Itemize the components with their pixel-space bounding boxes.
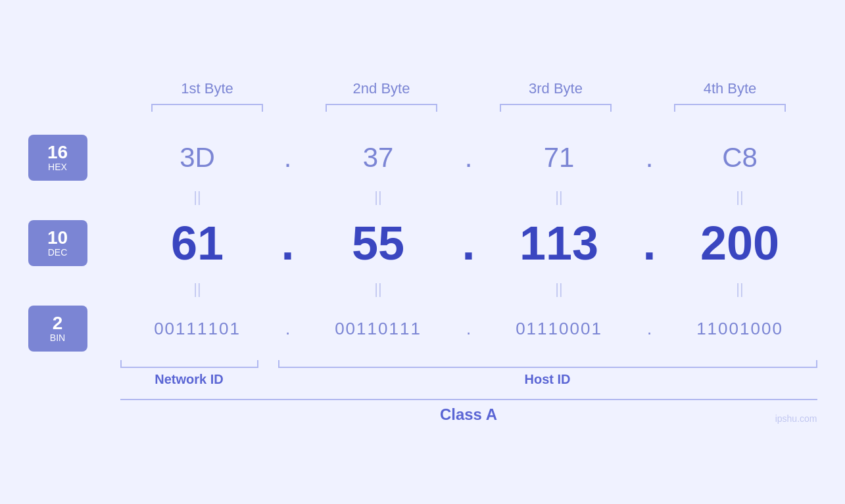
bin-val-3: 01110001 [482, 319, 637, 339]
top-bracket-1 [120, 104, 295, 112]
byte-header-3: 3rd Byte [469, 80, 643, 97]
top-bracket-3 [469, 104, 643, 112]
dec-dot-2: . [456, 216, 482, 270]
dec-val-3: 113 [482, 216, 637, 270]
equals-1-4: || [663, 189, 817, 206]
host-id-label: Host ID [525, 372, 571, 387]
bin-dot-3: . [637, 319, 663, 339]
bin-dot-1: . [275, 319, 301, 339]
byte-header-2: 2nd Byte [295, 80, 469, 97]
dec-dot-3: . [637, 216, 663, 270]
equals-2-3: || [482, 281, 637, 298]
top-bracket-4 [643, 104, 817, 112]
hex-badge: 16 HEX [28, 135, 87, 181]
equals-2-4: || [663, 281, 817, 298]
network-id-label: Network ID [120, 372, 258, 387]
bin-val-4: 11001000 [663, 319, 817, 339]
hex-dot-3: . [637, 142, 663, 173]
dec-badge: 10 DEC [28, 220, 87, 266]
equals-2-2: || [301, 281, 456, 298]
bin-val-1: 00111101 [120, 319, 275, 339]
dec-val-2: 55 [301, 216, 456, 270]
bin-dot-2: . [456, 319, 482, 339]
hex-dot-1: . [275, 142, 301, 173]
class-label: Class A [120, 405, 817, 424]
hex-val-2: 37 [301, 142, 456, 173]
hex-val-4: C8 [663, 142, 817, 173]
watermark: ipshu.com [775, 413, 817, 424]
hex-val-3: 71 [482, 142, 637, 173]
bin-val-2: 00110111 [301, 319, 456, 339]
hex-dot-2: . [456, 142, 482, 173]
byte-header-4: 4th Byte [643, 80, 817, 97]
dec-dot-1: . [275, 216, 301, 270]
dec-val-4: 200 [663, 216, 817, 270]
byte-header-1: 1st Byte [120, 80, 295, 97]
bin-badge: 2 BIN [28, 306, 87, 352]
dec-val-1: 61 [120, 216, 275, 270]
equals-1-3: || [482, 189, 637, 206]
equals-2-1: || [120, 281, 275, 298]
equals-1-1: || [120, 189, 275, 206]
top-bracket-2 [295, 104, 469, 112]
equals-1-2: || [301, 189, 456, 206]
hex-val-1: 3D [120, 142, 275, 173]
